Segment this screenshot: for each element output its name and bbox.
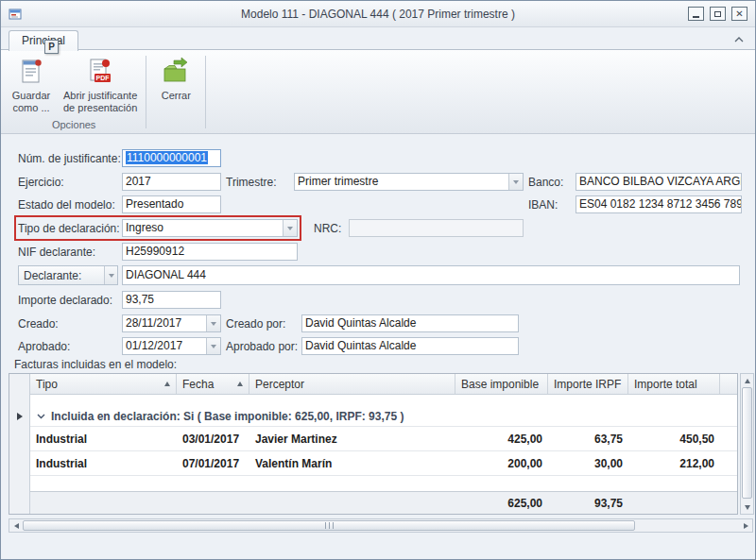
declarante-selector-button[interactable]: Declarante: (18, 265, 118, 285)
cell-importe-irpf: 30,00 (548, 451, 628, 475)
restore-button[interactable] (710, 7, 726, 21)
tipo-declaracion-combobox[interactable]: Ingreso (122, 219, 298, 237)
iban-input[interactable]: ES04 0182 1234 8712 3456 7899 (576, 195, 742, 213)
window-controls: ✕ (682, 7, 747, 21)
keytip-p: P (44, 40, 59, 54)
chevron-down-icon (211, 322, 216, 326)
iban-label: IBAN: (528, 198, 558, 212)
group-row-label: Incluida en declaración: Si ( Base impon… (51, 410, 404, 423)
table-empty-area (30, 476, 737, 491)
dropdown-button[interactable] (283, 220, 297, 236)
dropdown-button[interactable] (206, 315, 220, 331)
pdf-document-icon: PDF (85, 57, 115, 87)
cell-fecha: 07/01/2017 (177, 451, 249, 475)
arrow-right-icon (744, 523, 748, 529)
scroll-right-button[interactable] (739, 519, 752, 532)
cerrar-label: Cerrar (162, 90, 191, 102)
num-justificante-input[interactable]: 1110000000001 (122, 149, 221, 167)
vertical-scroll-thumb[interactable] (742, 387, 752, 499)
chevron-down-icon (211, 345, 216, 348)
column-header-importe-irpf[interactable]: Importe IRPF (548, 374, 628, 394)
cell-importe-irpf: 63,75 (548, 427, 628, 450)
open-justificante-button[interactable]: PDF Abrir justificante de presentación (58, 53, 143, 119)
chevron-down-icon (287, 227, 293, 230)
minimize-button[interactable] (688, 7, 704, 21)
ribbon-group-label: Opciones (5, 119, 143, 133)
column-header-importe-total[interactable]: Importe total (628, 374, 720, 394)
aprobado-por-input[interactable]: David Quintas Alcalde (301, 337, 519, 355)
horizontal-scroll-track[interactable] (23, 519, 739, 532)
arrow-left-icon (14, 523, 19, 529)
ejercicio-label: Ejercicio: (18, 176, 64, 189)
importe-declarado-input[interactable]: 93,75 (122, 291, 221, 309)
column-header-filler (720, 374, 737, 394)
horizontal-scroll-thumb[interactable] (23, 520, 635, 531)
sort-asc-icon (164, 382, 170, 386)
cell-tipo: Industrial (30, 427, 177, 450)
facturas-section-label: Facturas incluidas en el modelo: (14, 358, 177, 371)
creado-date-picker[interactable]: 28/11/2017 (122, 314, 221, 332)
aprobado-date-picker[interactable]: 01/12/2017 (122, 337, 221, 355)
arrow-down-icon (745, 505, 750, 510)
tipo-declaracion-label: Tipo de declaración: (18, 222, 120, 235)
table-row[interactable]: Industrial 03/01/2017 Javier Martinez 42… (30, 427, 737, 451)
dropdown-button[interactable] (206, 338, 220, 354)
ejercicio-input[interactable]: 2017 (122, 173, 221, 191)
save-as-button[interactable]: Guardar como ... (5, 53, 58, 119)
scroll-up-button[interactable] (741, 374, 753, 387)
table-header-row: Tipo Fecha Perceptor Base imponible Impo… (30, 374, 737, 395)
trimestre-label: Trimestre: (226, 176, 277, 189)
facturas-table: Tipo Fecha Perceptor Base imponible Impo… (9, 373, 738, 515)
ribbon-group-cerrar: Cerrar (149, 53, 202, 133)
importe-declarado-label: Importe declarado: (18, 294, 112, 307)
svg-text:PDF: PDF (96, 75, 111, 81)
window-title: Modelo 111 - DIAGONAL 444 ( 2017 Primer … (114, 1, 642, 27)
titlebar[interactable]: Modelo 111 - DIAGONAL 444 ( 2017 Primer … (1, 1, 755, 27)
nif-declarante-label: NIF declarante: (18, 246, 95, 259)
column-header-tipo[interactable]: Tipo (30, 374, 177, 394)
cell-base-imponible: 425,00 (455, 427, 548, 450)
estado-modelo-input[interactable]: Presentado (122, 195, 221, 213)
ribbon-separator (146, 56, 146, 128)
scroll-grip-icon (323, 522, 335, 529)
scroll-down-button[interactable] (741, 501, 753, 514)
trimestre-combobox[interactable]: Primer trimestre (294, 173, 524, 191)
cell-perceptor: Javier Martinez (249, 427, 455, 450)
close-button[interactable]: ✕ (731, 7, 747, 21)
sort-asc-icon (237, 382, 243, 386)
close-folder-icon (161, 57, 191, 87)
table-row[interactable]: Industrial 07/01/2017 Valentín Marín 200… (30, 451, 737, 476)
chevron-down-icon (37, 414, 45, 419)
save-as-label: Guardar como ... (12, 90, 50, 114)
row-indicator-icon (17, 413, 23, 420)
chevron-up-icon (734, 37, 744, 42)
column-header-perceptor[interactable]: Perceptor (249, 374, 455, 394)
declarante-input[interactable]: DIAGONAL 444 (122, 265, 740, 285)
restore-icon (714, 11, 721, 17)
vertical-scroll-track[interactable] (741, 387, 753, 501)
cell-fecha: 03/01/2017 (177, 427, 249, 450)
ribbon: Guardar como ... PDF (1, 49, 755, 134)
group-row[interactable]: Incluida en declaración: Si ( Base impon… (30, 406, 737, 427)
vertical-scrollbar[interactable] (740, 373, 754, 515)
nif-declarante-input[interactable]: H25990912 (122, 243, 298, 261)
row-indicator-column (9, 374, 30, 514)
cerrar-button[interactable]: Cerrar (149, 53, 202, 119)
summary-row: 625,00 93,75 (30, 491, 737, 514)
creado-por-input[interactable]: David Quintas Alcalde (301, 314, 519, 332)
creado-label: Creado: (18, 317, 59, 331)
column-header-fecha[interactable]: Fecha (177, 374, 249, 394)
ribbon-tab-row: Principal (1, 27, 755, 50)
scroll-left-button[interactable] (9, 519, 23, 532)
nrc-input[interactable] (349, 219, 524, 237)
dropdown-button[interactable] (508, 174, 523, 190)
cell-importe-total: 212,00 (628, 451, 720, 475)
ribbon-collapse-button[interactable] (732, 34, 746, 45)
cell-importe-total: 450,50 (628, 427, 720, 450)
chevron-down-icon (513, 180, 519, 184)
banco-input[interactable]: BANCO BILBAO VIZCAYA ARGENTARIA (576, 173, 742, 191)
column-header-base-imponible[interactable]: Base imponible (455, 374, 548, 394)
dropdown-button[interactable] (104, 266, 117, 284)
horizontal-scrollbar[interactable] (9, 518, 753, 533)
banco-label: Banco: (528, 176, 563, 189)
